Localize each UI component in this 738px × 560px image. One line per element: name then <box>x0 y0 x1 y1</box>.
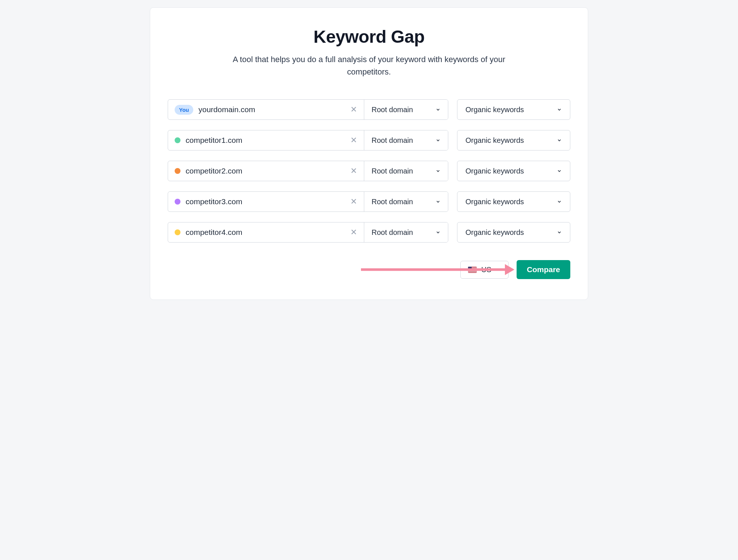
clear-input-button[interactable]: ✕ <box>343 192 364 212</box>
svg-rect-5 <box>468 271 477 271</box>
scope-label: Root domain <box>372 136 413 145</box>
scope-select[interactable]: Root domain <box>364 161 448 181</box>
country-label: US <box>481 266 491 274</box>
scope-label: Root domain <box>372 228 413 237</box>
domain-input-wrap: ✕ Root domain <box>168 222 448 243</box>
domain-row: ✕ Root domain Organic keywords <box>168 161 570 181</box>
chevron-down-icon <box>435 230 441 235</box>
domain-rows: You ✕ Root domain Organic keywords <box>168 99 570 243</box>
domain-input-left <box>168 192 343 212</box>
chevron-down-icon <box>496 267 501 272</box>
svg-rect-4 <box>468 270 477 270</box>
scope-label: Root domain <box>372 198 413 206</box>
chevron-down-icon <box>435 168 441 174</box>
scope-label: Root domain <box>372 106 413 114</box>
footer-row: US Compare <box>168 260 570 279</box>
close-icon: ✕ <box>350 197 357 206</box>
domain-input-left <box>168 161 343 181</box>
keyword-type-select[interactable]: Organic keywords <box>457 130 570 151</box>
close-icon: ✕ <box>350 228 357 237</box>
svg-rect-6 <box>468 272 477 272</box>
svg-rect-7 <box>468 267 472 270</box>
scope-select[interactable]: Root domain <box>364 192 448 212</box>
clear-input-button[interactable]: ✕ <box>343 161 364 181</box>
domain-input-left <box>168 222 343 242</box>
keyword-type-select[interactable]: Organic keywords <box>457 222 570 243</box>
close-icon: ✕ <box>350 105 357 114</box>
domain-input[interactable] <box>186 130 343 150</box>
keyword-type-label: Organic keywords <box>465 106 524 114</box>
scope-select[interactable]: Root domain <box>364 130 448 150</box>
competitor-dot-icon <box>175 199 180 205</box>
close-icon: ✕ <box>350 166 357 176</box>
domain-input-left: You <box>168 100 343 119</box>
clear-input-button[interactable]: ✕ <box>343 130 364 150</box>
domain-input[interactable] <box>186 192 343 212</box>
chevron-down-icon <box>435 138 441 143</box>
compare-button[interactable]: Compare <box>517 260 570 279</box>
chevron-down-icon <box>557 230 562 235</box>
domain-input[interactable] <box>198 100 343 119</box>
country-select[interactable]: US <box>460 261 509 279</box>
keyword-type-select[interactable]: Organic keywords <box>457 191 570 212</box>
keyword-type-select[interactable]: Organic keywords <box>457 161 570 181</box>
page-subtitle: A tool that helps you do a full analysis… <box>219 53 519 78</box>
keyword-type-select[interactable]: Organic keywords <box>457 99 570 120</box>
chevron-down-icon <box>557 138 562 143</box>
domain-input-wrap: ✕ Root domain <box>168 191 448 212</box>
domain-input[interactable] <box>186 222 343 242</box>
scope-select[interactable]: Root domain <box>364 222 448 242</box>
keyword-type-label: Organic keywords <box>465 167 524 175</box>
domain-input-wrap: You ✕ Root domain <box>168 99 448 120</box>
competitor-dot-icon <box>175 137 180 143</box>
domain-row: ✕ Root domain Organic keywords <box>168 191 570 212</box>
competitor-dot-icon <box>175 168 180 174</box>
domain-input[interactable] <box>186 161 343 181</box>
chevron-down-icon <box>557 107 562 112</box>
clear-input-button[interactable]: ✕ <box>343 222 364 242</box>
keyword-type-label: Organic keywords <box>465 228 524 237</box>
scope-label: Root domain <box>372 167 413 175</box>
domain-input-wrap: ✕ Root domain <box>168 130 448 151</box>
page-title: Keyword Gap <box>168 27 570 47</box>
domain-row: You ✕ Root domain Organic keywords <box>168 99 570 120</box>
you-badge: You <box>175 105 193 115</box>
domain-row: ✕ Root domain Organic keywords <box>168 222 570 243</box>
domain-input-wrap: ✕ Root domain <box>168 161 448 181</box>
chevron-down-icon <box>435 199 441 204</box>
keyword-gap-panel: Keyword Gap A tool that helps you do a f… <box>150 7 588 300</box>
chevron-down-icon <box>435 107 441 112</box>
competitor-dot-icon <box>175 229 180 235</box>
keyword-type-label: Organic keywords <box>465 198 524 206</box>
clear-input-button[interactable]: ✕ <box>343 100 364 119</box>
us-flag-icon <box>468 267 477 273</box>
chevron-down-icon <box>557 168 562 174</box>
chevron-down-icon <box>557 199 562 204</box>
keyword-type-label: Organic keywords <box>465 136 524 145</box>
domain-row: ✕ Root domain Organic keywords <box>168 130 570 151</box>
domain-input-left <box>168 130 343 150</box>
scope-select[interactable]: Root domain <box>364 100 448 119</box>
close-icon: ✕ <box>350 136 357 145</box>
